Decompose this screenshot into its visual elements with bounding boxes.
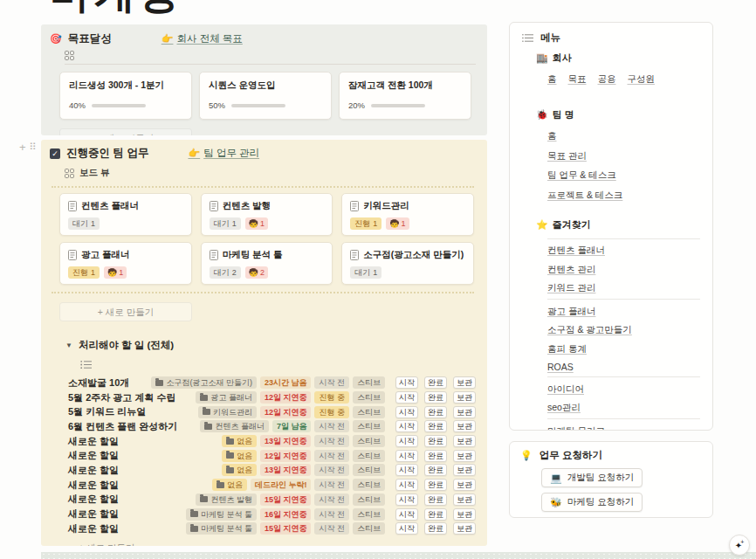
- request-button-label: 개발팀 요청하기: [567, 472, 634, 484]
- favorite-link[interactable]: 마케팅 무기고: [547, 425, 605, 431]
- team-link[interactable]: 팀 업무 & 테스크: [547, 169, 616, 182]
- company-goals-link[interactable]: 👉 회사 전체 목표: [162, 32, 243, 45]
- board-card-title: 컨텐츠 발행: [223, 200, 271, 212]
- task-name[interactable]: 새로운 할일: [68, 493, 119, 506]
- request-button[interactable]: 🐝 마케팅 요청하기: [541, 493, 643, 512]
- task-name[interactable]: 새로운 할일: [68, 479, 119, 492]
- company-link[interactable]: 목표: [568, 73, 587, 86]
- board-card[interactable]: 컨텐츠 플래너 대기 1 🧒: [59, 193, 192, 236]
- favorite-link[interactable]: seo관리: [547, 402, 581, 414]
- task-name[interactable]: 새로운 할일: [68, 449, 119, 462]
- new-task-button[interactable]: + 새로 만들기: [79, 542, 476, 546]
- task-name[interactable]: 5월 키워드 리뉴얼: [68, 405, 146, 418]
- start-button[interactable]: 시작: [395, 479, 418, 491]
- board-card[interactable]: 컨텐츠 발행 대기 1 🧒 1: [201, 193, 333, 236]
- request-button[interactable]: 💻 개발팀 요청하기: [541, 468, 643, 487]
- favorite-link[interactable]: 컨텐츠 관리: [547, 264, 595, 276]
- board-cards: 컨텐츠 플래너 대기 1 🧒 컨텐츠 발행: [59, 193, 474, 285]
- done-button[interactable]: 완료: [424, 435, 447, 447]
- archive-button[interactable]: 보관: [453, 406, 476, 418]
- board-card[interactable]: 광고 플래너 진행 1 🧒 1: [59, 242, 192, 285]
- add-block-icon[interactable]: +: [19, 141, 26, 153]
- gallery-view-icon[interactable]: [65, 51, 74, 60]
- project-chip: 없음: [212, 479, 247, 491]
- task-name[interactable]: 새로운 할일: [68, 464, 119, 477]
- done-button[interactable]: 완료: [424, 420, 447, 432]
- archive-button[interactable]: 보관: [453, 522, 476, 535]
- favorite-link[interactable]: 컨텐츠 플래너: [547, 245, 605, 257]
- board-card[interactable]: 마케팅 분석 툴 대기 2 🧒 2: [201, 242, 333, 285]
- start-button[interactable]: 시작: [395, 522, 418, 535]
- start-button[interactable]: 시작: [395, 420, 418, 432]
- done-button[interactable]: 완료: [424, 464, 447, 476]
- company-link[interactable]: 공용: [598, 73, 616, 86]
- done-button[interactable]: 완료: [424, 450, 447, 462]
- done-button[interactable]: 완료: [424, 493, 447, 506]
- task-name[interactable]: 5월 2주차 광고 계획 수립: [68, 391, 175, 404]
- toggle-down-icon[interactable]: ▼: [65, 342, 72, 349]
- task-name[interactable]: 소재발굴 10개: [68, 376, 129, 390]
- archive-button[interactable]: 보관: [453, 450, 476, 462]
- archive-button[interactable]: 보관: [453, 376, 476, 389]
- goal-card[interactable]: 잠재고객 전환 100개 20%: [339, 72, 471, 120]
- done-button[interactable]: 완료: [424, 522, 447, 535]
- drag-handle-icon[interactable]: ⠿: [30, 141, 36, 153]
- archive-button[interactable]: 보관: [453, 479, 476, 491]
- done-button[interactable]: 완료: [424, 406, 447, 418]
- person-icon: 🧒: [249, 220, 258, 228]
- board-card[interactable]: 키워드관리 진행 1 🧒 1: [341, 193, 474, 236]
- start-button[interactable]: 시작: [395, 508, 418, 521]
- project-chip: 없음: [222, 450, 257, 462]
- new-goal-button[interactable]: + 새로 만들기: [59, 128, 192, 135]
- task-row: 새로운 할일 마케팅 분석 툴 16일 지연중 시작 전 스티브 시작 완료 보…: [68, 507, 476, 521]
- done-button[interactable]: 완료: [424, 391, 447, 404]
- start-button[interactable]: 시작: [395, 435, 418, 447]
- task-name[interactable]: 새로운 할일: [68, 507, 119, 521]
- ai-sparkle-button[interactable]: ✦+: [729, 535, 750, 556]
- favorite-link[interactable]: 아이디어: [547, 383, 584, 396]
- archive-button[interactable]: 보관: [453, 493, 476, 506]
- assignee-chip: 스티브: [353, 464, 385, 476]
- project-label: 없음: [227, 480, 243, 490]
- archive-button[interactable]: 보관: [453, 435, 476, 447]
- checked-checkbox[interactable]: ✓: [50, 148, 60, 159]
- favorite-link[interactable]: 키워드 관리: [547, 282, 595, 294]
- list-view-icon[interactable]: [80, 360, 92, 369]
- archive-button[interactable]: 보관: [453, 391, 476, 404]
- favorite-link[interactable]: 소구점 & 광고만들기: [547, 324, 632, 336]
- start-button[interactable]: 시작: [395, 391, 418, 404]
- board-view-icon[interactable]: [65, 169, 74, 178]
- start-button[interactable]: 시작: [395, 376, 418, 389]
- team-link[interactable]: 홈: [547, 130, 557, 142]
- task-row: 새로운 할일 마케팅 분석 툴 15일 지연중 시작 전 스티브 시작 완료 보…: [68, 521, 476, 536]
- request-button[interactable]: 🎨 디자인 요청하기: [541, 517, 643, 518]
- favorite-link[interactable]: 광고 플래너: [547, 306, 595, 318]
- start-button[interactable]: 시작: [395, 450, 418, 462]
- start-button[interactable]: 시작: [395, 406, 418, 418]
- team-task-manage-link[interactable]: 👉 팀 업무 관리: [188, 147, 259, 160]
- board-card[interactable]: 소구점(광고소재 만들기) 대기 1 🧒: [341, 242, 474, 285]
- task-name[interactable]: 6월 컨텐츠 플랜 완성하기: [68, 420, 177, 433]
- favorite-link[interactable]: ROAS: [547, 362, 574, 372]
- done-button[interactable]: 완료: [424, 376, 447, 389]
- task-name[interactable]: 새로운 할일: [68, 522, 119, 535]
- team-link[interactable]: 프로젝트 & 테스크: [547, 190, 622, 202]
- team-link[interactable]: 목표 관리: [547, 150, 587, 162]
- board-card-title: 마케팅 분석 툴: [223, 249, 283, 261]
- archive-button[interactable]: 보관: [453, 420, 476, 432]
- archive-button[interactable]: 보관: [453, 464, 476, 476]
- new-board-card-button[interactable]: + 새로 만들기: [59, 302, 192, 321]
- start-button[interactable]: 시작: [395, 464, 418, 476]
- done-button[interactable]: 완료: [424, 508, 447, 521]
- goal-card[interactable]: 시퀀스 운영도입 50%: [199, 72, 332, 120]
- task-name[interactable]: 새로운 할일: [68, 435, 119, 448]
- company-link[interactable]: 구성원: [628, 73, 656, 86]
- company-link[interactable]: 홈: [547, 73, 557, 86]
- archive-button[interactable]: 보관: [453, 508, 476, 521]
- start-button[interactable]: 시작: [395, 493, 418, 506]
- person-icon: 🧒: [107, 269, 117, 277]
- done-button[interactable]: 완료: [424, 479, 447, 491]
- favorite-link[interactable]: 홈피 통계: [547, 343, 587, 355]
- request-button-icon: 💻: [550, 473, 562, 483]
- goal-card[interactable]: 리드생성 300개 - 1분기 40%: [59, 72, 192, 120]
